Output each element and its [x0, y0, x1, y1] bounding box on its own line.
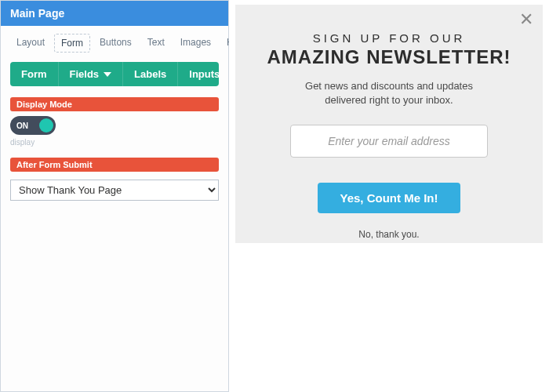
subnav-labels[interactable]: Labels — [123, 62, 178, 86]
tab-buttons[interactable]: Buttons — [93, 34, 138, 53]
decline-link[interactable]: No, thank you. — [235, 229, 543, 240]
after-submit-select[interactable]: Show Thank You Page — [10, 180, 219, 201]
submit-button[interactable]: Yes, Count Me In! — [318, 183, 460, 213]
modal-eyebrow: SIGN UP FOR OUR — [235, 31, 543, 45]
panel-title: Main Page — [1, 1, 228, 26]
chevron-down-icon — [104, 72, 111, 77]
email-field[interactable] — [290, 125, 488, 158]
tabs-row: Layout Form Buttons Text Images HTML — [1, 26, 228, 59]
subnav-fields-label: Fields — [70, 68, 100, 80]
after-submit-label: After Form Submit — [10, 158, 219, 172]
newsletter-modal: ✕ SIGN UP FOR OUR AMAZING NEWSLETTER! Ge… — [235, 5, 543, 243]
tab-form[interactable]: Form — [54, 34, 90, 53]
toggle-knob — [39, 118, 53, 132]
subnav-inputs[interactable]: Inputs — [178, 62, 219, 86]
modal-headline: AMAZING NEWSLETTER! — [235, 46, 543, 68]
display-mode-label: Display Mode — [10, 97, 219, 111]
display-hint: display — [10, 138, 219, 147]
subnav-fields[interactable]: Fields — [59, 62, 124, 86]
tab-images[interactable]: Images — [174, 34, 217, 53]
tab-text[interactable]: Text — [141, 34, 171, 53]
subnav-form[interactable]: Form — [10, 62, 59, 86]
settings-panel: Main Page Layout Form Buttons Text Image… — [0, 0, 229, 392]
tab-layout[interactable]: Layout — [10, 34, 51, 53]
display-mode-toggle[interactable]: ON — [10, 116, 56, 135]
toggle-state-text: ON — [16, 122, 28, 130]
form-subnav: Form Fields Labels Inputs — [10, 62, 219, 86]
modal-subtext: Get news and discounts and updates deliv… — [235, 79, 543, 107]
close-icon[interactable]: ✕ — [519, 11, 533, 28]
preview-panel: ✕ SIGN UP FOR OUR AMAZING NEWSLETTER! Ge… — [229, 0, 549, 392]
